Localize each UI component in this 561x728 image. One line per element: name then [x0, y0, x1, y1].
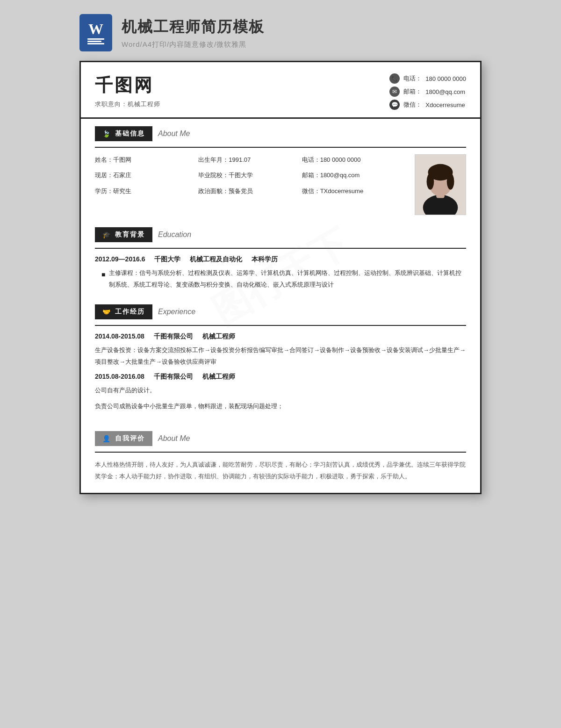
info-political: 政治面貌：预备党员: [198, 186, 302, 196]
about-me-leaf-icon: 🍃: [102, 130, 111, 137]
experience-zh: 工作经历: [115, 308, 145, 316]
education-content: 2012.09—2016.6 千图大学 机械工程及自动化 本科学历 ■ 主修课程…: [81, 255, 480, 297]
info-location: 现居：石家庄: [95, 170, 198, 180]
svg-point-6: [447, 173, 454, 189]
experience-en: Experience: [158, 304, 195, 319]
exp2-period: 2015.08-2016.08: [95, 373, 144, 380]
about-me-underline: [95, 147, 466, 148]
bullet-icon: ■: [101, 268, 105, 281]
job-intention: 求职意向：机械工程师: [95, 100, 160, 108]
experience-tag: 🤝 工作经历: [95, 304, 152, 319]
email-value: 1800@qq.com: [425, 88, 465, 95]
self-eval-en: About Me: [158, 431, 190, 446]
education-icon: 🎓: [102, 231, 111, 238]
phone-icon: 📞: [389, 73, 400, 84]
word-icon: W: [79, 14, 112, 51]
info-grid: 姓名：千图网 出生年月：1991.07 电话：180 0000 0000 现居：…: [95, 154, 405, 196]
info-name: 姓名：千图网: [95, 154, 198, 165]
exp2-desc2: 负责公司成熟设备中小批量生产跟单，物料跟进，装配现场问题处理；: [95, 401, 466, 412]
wechat-icon: 💬: [389, 100, 400, 110]
about-me-inner: 姓名：千图网 出生年月：1991.07 电话：180 0000 0000 现居：…: [95, 154, 466, 215]
about-me-zh: 基础信息: [115, 130, 145, 138]
info-school: 毕业院校：千图大学: [198, 170, 302, 180]
edu-courses-text: 主修课程：信号与系统分析、过程检测及仪表、运筹学、计算机仿真、计算机网络、过程控…: [109, 267, 466, 290]
resume-name-block: 千图网 求职意向：机械工程师: [95, 73, 160, 108]
email-label: 邮箱：: [403, 87, 422, 96]
exp2-company: 千图有限公司: [154, 373, 193, 381]
email-icon: ✉: [389, 86, 400, 97]
education-underline: [95, 248, 466, 249]
exp1-position: 机械工程师: [202, 332, 235, 341]
education-zh: 教育背景: [115, 231, 145, 239]
education-header-row: 🎓 教育背景 Education: [95, 227, 466, 242]
job-intention-label: 求职意向：: [95, 101, 128, 108]
info-wechat: 微信：TXdocerresume: [302, 186, 405, 196]
self-eval-section: 👤 自我评价 About Me 本人性格热情开朗，待人友好，为人真诚诚谦，能吃苦…: [81, 431, 480, 490]
about-me-en: About Me: [158, 126, 190, 141]
page-header: W 机械工程师简历模板 Word/A4打印/内容随意修改/微软雅黑: [79, 14, 482, 51]
photo-placeholder: [415, 154, 466, 215]
edu-period: 2012.09—2016.6: [95, 255, 145, 263]
about-me-content: 姓名：千图网 出生年月：1991.07 电话：180 0000 0000 现居：…: [81, 154, 480, 220]
self-eval-content: 本人性格热情开朗，待人友好，为人真诚诚谦，能吃苦耐劳，尽职尽责，有耐心；学习刻苦…: [81, 459, 480, 490]
self-eval-header-row: 👤 自我评价 About Me: [95, 431, 466, 446]
job-intention-value: 机械工程师: [128, 101, 160, 108]
header-text-block: 机械工程师简历模板 Word/A4打印/内容随意修改/微软雅黑: [122, 17, 265, 49]
self-eval-tag: 👤 自我评价: [95, 431, 152, 446]
education-tag: 🎓 教育背景: [95, 227, 152, 242]
edu-major: 机械工程及自动化: [190, 255, 242, 264]
resume-header: 千图网 求职意向：机械工程师 📞 电话： 180 0000 0000 ✉ 邮箱：…: [81, 62, 480, 119]
photo-svg: [415, 154, 466, 215]
about-me-section: 🍃 基础信息 About Me 姓名：千图网 出生年月：1991.07 电话：1…: [81, 126, 480, 220]
resume-name: 千图网: [95, 73, 160, 97]
contact-phone: 📞 电话： 180 0000 0000: [389, 73, 466, 84]
self-eval-text: 本人性格热情开朗，待人友好，为人真诚诚谦，能吃苦耐劳，尽职尽责，有耐心；学习刻苦…: [95, 459, 466, 483]
word-line-3: [87, 43, 104, 44]
education-section: 🎓 教育背景 Education 2012.09—2016.6 千图大学 机械工…: [81, 227, 480, 297]
page-subtitle: Word/A4打印/内容随意修改/微软雅黑: [122, 40, 265, 49]
word-line-2: [87, 41, 101, 42]
edu-row-1: 2012.09—2016.6 千图大学 机械工程及自动化 本科学历: [95, 255, 466, 264]
edu-school: 千图大学: [154, 255, 180, 264]
exp1-period: 2014.08-2015.08: [95, 332, 144, 340]
self-eval-underline: [95, 452, 466, 453]
about-me-tag: 🍃 基础信息: [95, 126, 152, 141]
svg-point-5: [427, 173, 434, 189]
contact-wechat: 💬 微信： Xdocerresume: [389, 100, 466, 110]
experience-content: 2014.08-2015.08 千图有限公司 机械工程师 生产设备投资：设备方案…: [81, 332, 480, 424]
about-me-info-grid: 姓名：千图网 出生年月：1991.07 电话：180 0000 0000 现居：…: [95, 154, 405, 215]
word-icon-decoration: [87, 38, 104, 44]
phone-label: 电话：: [403, 74, 422, 83]
exp1-company: 千图有限公司: [154, 332, 193, 341]
resume-card: 图行天下 千图网 求职意向：机械工程师 📞 电话： 180 0000 0000 …: [79, 61, 482, 494]
info-birthday: 出生年月：1991.07: [198, 154, 302, 165]
experience-header-row: 🤝 工作经历 Experience: [95, 304, 466, 319]
exp-row-1: 2014.08-2015.08 千图有限公司 机械工程师: [95, 332, 466, 341]
exp2-desc1: 公司自有产品的设计。: [95, 385, 466, 396]
experience-icon: 🤝: [102, 308, 111, 316]
experience-underline: [95, 325, 466, 326]
exp1-desc: 生产设备投资：设备方案交流招投标工作→设备投资分析报告编写审批→合同签订→设备制…: [95, 345, 466, 368]
info-degree: 学历：研究生: [95, 186, 198, 196]
self-eval-zh: 自我评价: [115, 434, 145, 443]
contact-email: ✉ 邮箱： 1800@qq.com: [389, 86, 466, 97]
experience-section: 🤝 工作经历 Experience 2014.08-2015.08 千图有限公司…: [81, 304, 480, 424]
edu-courses: ■ 主修课程：信号与系统分析、过程检测及仪表、运筹学、计算机仿真、计算机网络、过…: [101, 267, 466, 290]
edu-degree: 本科学历: [252, 255, 278, 264]
self-eval-icon: 👤: [102, 435, 111, 442]
exp-row-2: 2015.08-2016.08 千图有限公司 机械工程师: [95, 373, 466, 381]
about-me-header-row: 🍃 基础信息 About Me: [95, 126, 466, 141]
page-title: 机械工程师简历模板: [122, 17, 265, 37]
education-en: Education: [158, 227, 191, 242]
info-phone: 电话：180 0000 0000: [302, 154, 405, 165]
info-email: 邮箱：1800@qq.com: [302, 170, 405, 180]
word-icon-letter: W: [88, 22, 103, 36]
wechat-label: 微信：: [403, 101, 422, 109]
word-line-1: [87, 38, 104, 40]
wechat-value: Xdocerresume: [425, 101, 465, 108]
resume-contact: 📞 电话： 180 0000 0000 ✉ 邮箱： 1800@qq.com 💬 …: [389, 73, 466, 110]
phone-value: 180 0000 0000: [425, 75, 466, 82]
exp2-position: 机械工程师: [202, 373, 235, 381]
